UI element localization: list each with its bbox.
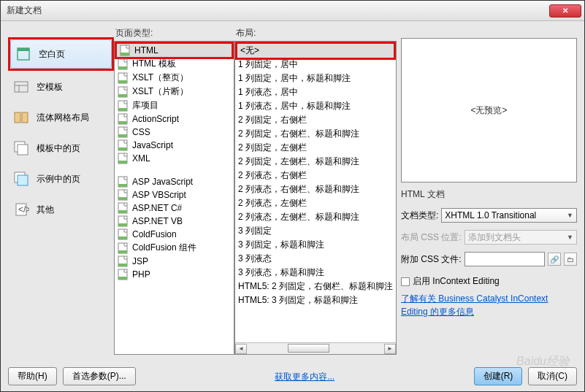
cancel-button[interactable]: 取消(C) xyxy=(528,367,577,385)
page-type-item[interactable]: XSLT（片断） xyxy=(115,85,234,99)
help-button[interactable]: 帮助(H) xyxy=(8,367,57,385)
svg-rect-42 xyxy=(118,250,127,253)
page-type-item[interactable]: CSS xyxy=(115,126,234,139)
browse-css-button[interactable]: 🗀 xyxy=(564,253,577,266)
nav-item-0[interactable]: 空白页 xyxy=(10,39,112,69)
nav-item-4[interactable]: 示例中的页 xyxy=(8,164,114,193)
preview-placeholder: <无预览> xyxy=(470,104,507,117)
layout-item[interactable]: 3 列固定，标题和脚注 xyxy=(235,238,396,252)
nav-item-2[interactable]: 流体网格布局 xyxy=(8,103,114,132)
page-type-item[interactable]: 库项目 xyxy=(115,99,234,112)
attach-css-label: 附加 CSS 文件: xyxy=(401,253,462,266)
get-more-link[interactable]: 获取更多内容... xyxy=(275,372,334,382)
page-type-text: JSP xyxy=(132,256,148,266)
page-type-text: ASP.NET C# xyxy=(132,203,182,213)
page-type-item[interactable]: ActionScript xyxy=(115,112,234,126)
svg-rect-46 xyxy=(118,277,127,280)
page-type-item[interactable]: ColdFusion 组件 xyxy=(115,241,234,255)
layout-text: 2 列固定，左侧栏 xyxy=(238,142,307,154)
layout-item[interactable]: 1 列液态，居中 xyxy=(235,85,396,99)
incontext-checkbox[interactable] xyxy=(401,277,410,286)
attach-css-field[interactable] xyxy=(464,252,545,266)
page-type-item[interactable]: PHP xyxy=(115,268,234,281)
nav-label: 空白页 xyxy=(39,48,65,61)
svg-rect-38 xyxy=(118,223,127,226)
layout-item[interactable]: 2 列固定，左侧栏 xyxy=(235,141,396,155)
css-position-value: 添加到文档头 xyxy=(468,231,521,244)
layout-item[interactable]: 3 列液态 xyxy=(235,252,396,266)
page-type-text: 库项目 xyxy=(132,99,158,112)
svg-rect-6 xyxy=(22,112,28,123)
layout-text: 2 列液态，右侧栏、标题和脚注 xyxy=(238,183,359,196)
svg-rect-5 xyxy=(15,112,20,123)
link-css-button[interactable]: 🔗 xyxy=(548,253,561,266)
page-type-label: 页面类型: xyxy=(114,27,234,39)
page-type-text: ColdFusion 组件 xyxy=(132,242,196,254)
page-type-item[interactable]: HTML xyxy=(117,44,232,57)
incontext-link[interactable]: 了解有关 Business Catalyst InContext Editing… xyxy=(401,292,577,318)
nav-label: 示例中的页 xyxy=(37,173,80,185)
scroll-right-icon[interactable]: ► xyxy=(384,344,396,354)
page-type-item[interactable]: JavaScript xyxy=(115,139,234,152)
page-type-text: ASP JavaScript xyxy=(132,177,193,187)
page-type-item[interactable]: ASP VBScript xyxy=(115,188,234,201)
page-type-list[interactable]: HTMLHTML 模板XSLT（整页）XSLT（片断）库项目ActionScri… xyxy=(114,41,234,355)
layout-item[interactable]: 2 列液态，左侧栏、标题和脚注 xyxy=(235,210,396,224)
layout-item[interactable]: 2 列液态，右侧栏 xyxy=(235,169,396,182)
layout-text: 3 列液态，标题和脚注 xyxy=(238,266,324,279)
preferences-button[interactable]: 首选参数(P)... xyxy=(63,367,136,385)
layout-text: 1 列固定，居中，标题和脚注 xyxy=(238,72,351,85)
nav-icon xyxy=(13,109,29,126)
svg-rect-14 xyxy=(121,53,129,55)
layout-item[interactable]: 1 列固定，居中，标题和脚注 xyxy=(235,72,396,85)
svg-rect-10 xyxy=(18,175,28,185)
scroll-left-icon[interactable]: ◄ xyxy=(235,344,247,354)
layout-item[interactable]: 1 列固定，居中 xyxy=(235,58,396,72)
page-type-item[interactable]: XML xyxy=(115,152,234,165)
page-type-item[interactable]: HTML 模板 xyxy=(115,57,234,71)
layout-item[interactable]: 2 列液态，右侧栏、标题和脚注 xyxy=(235,182,396,196)
page-type-item[interactable]: ColdFusion xyxy=(115,228,234,241)
page-type-item[interactable]: JSP xyxy=(115,255,234,268)
page-type-item[interactable]: XSLT（整页） xyxy=(115,71,234,85)
layout-text: HTML5: 2 列固定，右侧栏、标题和脚注 xyxy=(238,280,393,293)
create-button[interactable]: 创建(R) xyxy=(474,367,523,385)
page-type-item[interactable]: ASP JavaScript xyxy=(115,175,234,188)
close-button[interactable]: ✕ xyxy=(549,4,581,18)
page-type-item[interactable]: ASP.NET VB xyxy=(115,215,234,228)
layout-item[interactable]: HTML5: 2 列固定，右侧栏、标题和脚注 xyxy=(235,280,396,293)
page-type-text: CSS xyxy=(132,127,150,137)
page-type-text: XSLT（片断） xyxy=(132,85,188,98)
layout-item[interactable]: <无> xyxy=(237,44,394,58)
layout-list[interactable]: <无>1 列固定，居中1 列固定，居中，标题和脚注1 列液态，居中1 列液态，居… xyxy=(234,41,397,355)
page-type-text: HTML 模板 xyxy=(132,58,176,70)
layout-item[interactable]: 2 列固定，右侧栏 xyxy=(235,113,396,127)
page-type-item[interactable]: ASP.NET C# xyxy=(115,201,234,215)
layout-text: 2 列固定，左侧栏、标题和脚注 xyxy=(238,155,359,168)
svg-rect-40 xyxy=(118,237,127,239)
layout-item[interactable]: 2 列固定，右侧栏、标题和脚注 xyxy=(235,127,396,141)
layout-item[interactable]: 2 列固定，左侧栏、标题和脚注 xyxy=(235,155,396,169)
layout-item[interactable]: 3 列固定 xyxy=(235,224,396,238)
page-type-text: XSLT（整页） xyxy=(132,72,188,84)
layout-item[interactable]: 2 列液态，左侧栏 xyxy=(235,196,396,210)
horizontal-scrollbar[interactable]: ◄► xyxy=(235,342,396,354)
nav-item-3[interactable]: 模板中的页 xyxy=(8,134,114,163)
dialog-title: 新建文档 xyxy=(7,4,42,17)
nav-label: 模板中的页 xyxy=(37,142,80,155)
layout-text: 1 列液态，居中，标题和脚注 xyxy=(238,100,351,112)
nav-item-1[interactable]: 空模板 xyxy=(8,72,114,101)
nav-item-5[interactable]: </>其他 xyxy=(8,195,114,224)
svg-rect-32 xyxy=(118,184,127,187)
scroll-thumb[interactable] xyxy=(288,344,329,353)
nav-icon xyxy=(15,46,31,62)
layout-item[interactable]: HTML5: 3 列固定，标题和脚注 xyxy=(235,293,396,307)
doctype-select[interactable]: XHTML 1.0 Transitional ▼ xyxy=(441,208,577,223)
layout-item[interactable]: 3 列液态，标题和脚注 xyxy=(235,266,396,280)
nav-label: 空模板 xyxy=(37,81,63,93)
doctype-value: XHTML 1.0 Transitional xyxy=(445,210,536,220)
page-type-text: ActionScript xyxy=(132,114,179,124)
layout-text: 2 列固定，右侧栏 xyxy=(238,114,307,126)
layout-item[interactable]: 1 列液态，居中，标题和脚注 xyxy=(235,99,396,113)
layout-text: <无> xyxy=(240,45,259,57)
